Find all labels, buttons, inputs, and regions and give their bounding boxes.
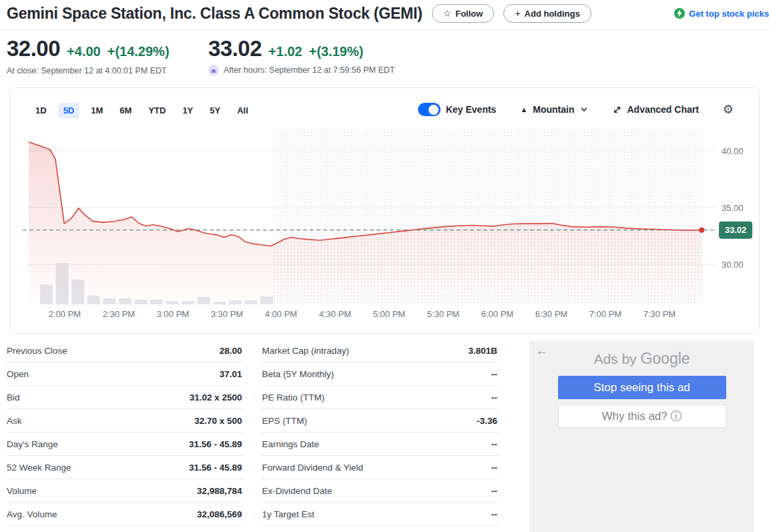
svg-text:6:00 PM: 6:00 PM [481,309,513,319]
svg-text:33.02: 33.02 [725,225,747,235]
after-hours-moon-icon [208,65,219,75]
chart-toolbar: 1D5D1M6MYTD1Y5YAll Key Events ▲ Mountain [10,88,759,121]
range-tab-all[interactable]: All [232,103,254,118]
table-row: Previous Close28.00 [7,339,244,362]
svg-text:40.00: 40.00 [722,146,744,156]
ad-back-arrow-icon[interactable]: ← [536,344,547,358]
after-hours-quote: 33.02 +1.02 +(3.19%) [208,36,363,61]
star-icon: ☆ [443,8,452,19]
range-tabs: 1D5D1M6MYTD1Y5YAll [30,103,254,118]
stat-label: Volume [7,486,37,496]
stat-value: -- [491,439,497,449]
table-row: Beta (5Y Monthly)-- [262,362,499,386]
stat-value: -- [491,509,497,519]
svg-text:7:00 PM: 7:00 PM [589,309,621,319]
statistics-column-right: Market Cap (intraday)3.801BBeta (5Y Mont… [262,339,499,526]
stat-label: Day's Range [7,439,58,449]
price-chart[interactable]: 40.0035.0030.0033.022:00 PM2:30 PM3:00 P… [10,121,760,322]
key-events-label: Key Events [446,104,496,115]
range-tab-ytd[interactable]: YTD [143,103,171,118]
range-tab-5y[interactable]: 5Y [204,103,226,118]
table-row: EPS (TTM)-3.36 [262,409,499,433]
follow-button-label: Follow [455,9,483,19]
stock-quote-page: Gemini Space Station, Inc. Class A Commo… [0,0,769,532]
chevron-down-icon [580,105,588,113]
info-icon: ⓘ [671,410,682,423]
stat-value: 31.02 x 2500 [190,392,242,403]
after-hours-change-percent: +(3.19%) [309,44,364,59]
table-row: Ask32.70 x 500 [7,409,244,433]
chart-tools: Key Events ▲ Mountain Advanced Chart ⚙ [418,103,734,116]
stat-value: -- [491,486,497,496]
svg-text:4:30 PM: 4:30 PM [319,309,351,319]
page-title: Gemini Space Station, Inc. Class A Commo… [7,5,423,23]
mountain-icon: ▲ [520,105,527,113]
svg-text:5:00 PM: 5:00 PM [373,309,405,319]
regular-market-change: +4.00 [67,44,101,59]
statistics-column-left: Previous Close28.00Open37.01Bid31.02 x 2… [7,339,244,526]
stat-value: 28.00 [220,346,242,356]
stat-label: Earnings Date [262,439,320,449]
range-tab-1y[interactable]: 1Y [177,103,198,118]
stat-label: EPS (TTM) [262,416,308,426]
svg-text:3:00 PM: 3:00 PM [157,309,189,319]
svg-text:6:30 PM: 6:30 PM [535,309,567,319]
stat-value: -- [491,369,497,379]
key-events-toggle[interactable] [418,103,441,116]
key-statistics: Previous Close28.00Open37.01Bid31.02 x 2… [7,339,499,526]
after-hours-price: 33.02 [208,36,262,61]
stat-label: 1y Target Est [262,509,315,519]
chart-type-dropdown[interactable]: ▲ Mountain [520,104,587,115]
regular-market-price: 32.00 [7,36,60,61]
stat-label: Avg. Volume [7,509,57,519]
stat-value: 32,086,569 [197,509,242,519]
stat-label: Open [7,369,29,379]
toggle-knob [429,105,439,115]
table-row: Bid31.02 x 2500 [7,386,244,409]
stat-label: Market Cap (intraday) [262,346,350,356]
gear-icon[interactable]: ⚙ [723,103,734,115]
google-logo-text: Google [640,350,690,367]
stat-label: Bid [7,392,20,403]
table-row: Volume32,988,784 [7,479,244,503]
svg-text:7:30 PM: 7:30 PM [644,309,676,319]
range-tab-1d[interactable]: 1D [30,103,52,118]
stat-label: Ask [7,416,22,426]
range-tab-1m[interactable]: 1M [85,103,108,118]
why-this-ad-button[interactable]: Why this ad? ⓘ [558,405,726,428]
chart-card: 1D5D1M6MYTD1Y5YAll Key Events ▲ Mountain [9,87,760,334]
stat-label: PE Ratio (TTM) [262,392,325,403]
stop-seeing-this-ad-button[interactable]: Stop seeing this ad [558,376,726,399]
stat-label: Previous Close [7,346,67,356]
at-close-text: At close: September 12 at 4:00:01 PM EDT [7,66,167,75]
svg-text:30.00: 30.00 [722,260,744,270]
after-hours-group: After hours: September 12 at 7:59:56 PM … [208,65,395,75]
table-row: 52 Week Range31.56 - 45.89 [7,456,244,479]
add-holdings-button[interactable]: + Add holdings [503,4,591,23]
stat-value: 31.56 - 45.89 [189,439,242,449]
chart-type-label: Mountain [533,104,574,115]
table-row: Market Cap (intraday)3.801B [262,339,499,362]
stat-label: Forward Dividend & Yield [262,463,364,473]
table-row: Forward Dividend & Yield-- [262,456,499,479]
range-tab-6m[interactable]: 6M [114,103,137,118]
svg-text:2:00 PM: 2:00 PM [49,309,81,319]
range-tab-5d[interactable]: 5D [58,103,80,118]
get-top-stock-picks-link[interactable]: Get top stock picks [674,8,769,19]
table-row: Avg. Volume32,086,569 [7,503,244,526]
stat-value: 37.01 [220,369,242,379]
regular-market-change-percent: +(14.29%) [107,44,170,59]
svg-text:35.00: 35.00 [722,203,744,213]
stat-value: -3.36 [477,416,497,426]
table-row: 1y Target Est-- [262,503,499,526]
quote-section: 32.00 +4.00 +(14.29%) 33.02 +1.02 +(3.19… [7,36,741,64]
ad-panel: ← Ads by Google Stop seeing this ad Why … [529,340,754,532]
expand-diagonal-icon [612,105,622,115]
stat-label: Ex-Dividend Date [262,486,332,496]
advanced-chart-button[interactable]: Advanced Chart [612,104,699,115]
stat-label: 52 Week Range [7,463,71,473]
stat-label: Beta (5Y Monthly) [262,369,334,379]
stat-value: -- [491,392,497,403]
ads-by-google-title: Ads by Google [529,350,754,368]
follow-button[interactable]: ☆ Follow [432,4,495,23]
